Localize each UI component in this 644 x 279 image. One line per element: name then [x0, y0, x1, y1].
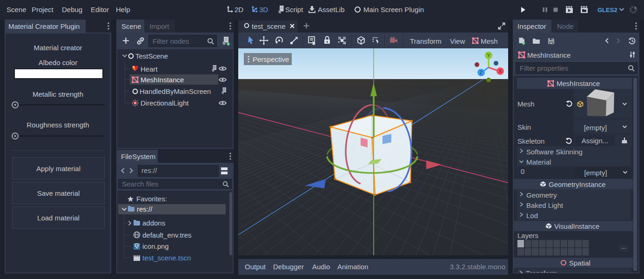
svg-text:X: X: [498, 68, 502, 74]
svg-text:Z: Z: [480, 70, 483, 75]
svg-text:Y: Y: [487, 53, 490, 58]
